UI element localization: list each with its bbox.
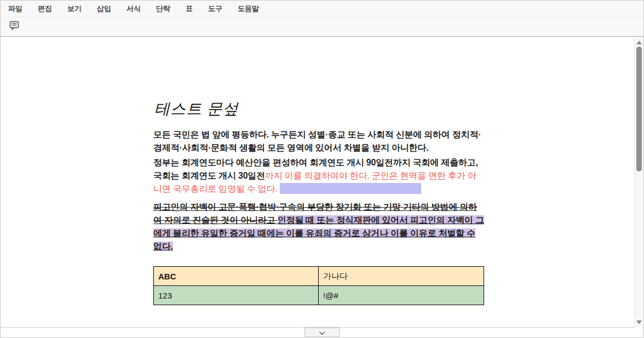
paragraph-budget[interactable]: 정부는 회계연도마다 예산안을 편성하여 회계연도 개시 90일전까지 국회에 … xyxy=(153,156,484,196)
menu-item-file[interactable]: 파일 xyxy=(1,1,30,16)
paragraph-equality[interactable]: 모든 국민은 법 앞에 평등하다. 누구든지 성별·종교 또는 사회적 신분에 … xyxy=(153,128,484,154)
toolbar xyxy=(1,17,643,37)
document-title[interactable]: 테스트 문섶 xyxy=(154,99,484,119)
editor-window: 파일 편집 보기 삽입 서식 단락 표 도구 도움말 테스트 문섶 xyxy=(0,0,644,338)
scrollbar-thumb[interactable] xyxy=(636,47,642,171)
scroll-down-icon[interactable] xyxy=(636,320,642,324)
paragraph-confession[interactable]: 피고인의 자백이 고문·폭행·협박·구속의 부당한 장기화 또는 기망 기타의 … xyxy=(153,200,484,253)
chevron-down-icon xyxy=(319,328,325,337)
table-cell-symbols[interactable]: !@# xyxy=(319,286,484,305)
expand-button[interactable] xyxy=(304,328,340,337)
menu-bar: 파일 편집 보기 삽입 서식 단락 표 도구 도움말 xyxy=(1,1,643,17)
menu-item-tools[interactable]: 도구 xyxy=(200,1,230,16)
menu-item-paragraph[interactable]: 단락 xyxy=(148,1,178,16)
menu-item-format[interactable]: 서식 xyxy=(119,1,148,16)
blank-highlight-block xyxy=(280,183,421,194)
menu-item-help[interactable]: 도움말 xyxy=(230,1,267,16)
comment-button[interactable] xyxy=(7,20,21,34)
text-run: 모든 국민은 법 앞에 평등하다. 누구든지 성별·종교 또는 사회적 신분에 … xyxy=(153,130,481,152)
document-table: ABC 가나다 123 !@# xyxy=(153,266,484,305)
scroll-up-icon[interactable] xyxy=(636,41,642,44)
menu-item-view[interactable]: 보기 xyxy=(60,1,89,16)
table-cell-ganada[interactable]: 가나다 xyxy=(319,267,484,286)
document-content: 테스트 문섶 모든 국민은 법 앞에 평등하다. 누구든지 성별·종교 또는 사… xyxy=(153,99,484,305)
table-cell-abc[interactable]: ABC xyxy=(154,267,319,286)
menu-item-table[interactable]: 표 xyxy=(178,1,200,16)
table-cell-123[interactable]: 123 xyxy=(154,286,319,305)
table-row: 123 !@# xyxy=(154,286,484,305)
comment-icon xyxy=(9,21,19,32)
menu-item-edit[interactable]: 편집 xyxy=(30,1,60,16)
table-row: ABC 가나다 xyxy=(154,267,484,286)
document-page[interactable]: 테스트 문섶 모든 국민은 법 앞에 평등하다. 누구든지 성별·종교 또는 사… xyxy=(1,37,643,328)
menu-item-insert[interactable]: 삽입 xyxy=(89,1,119,16)
vertical-scrollbar[interactable] xyxy=(634,37,643,328)
